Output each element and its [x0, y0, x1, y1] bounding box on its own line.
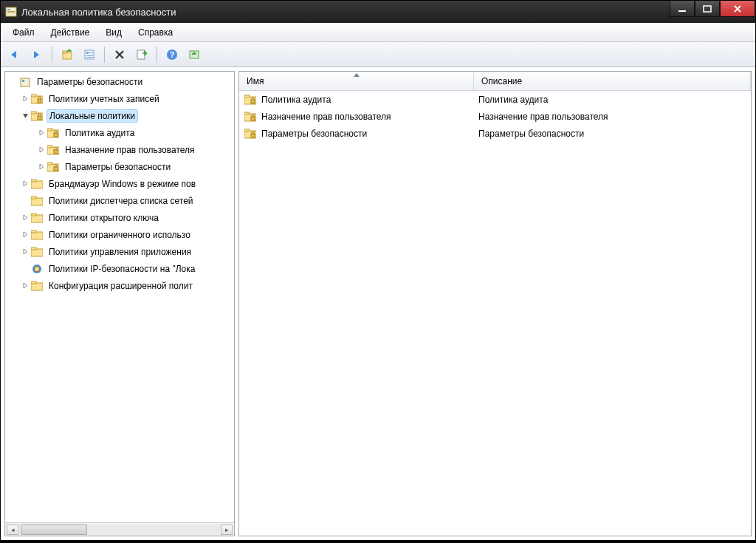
window-controls: [670, 1, 755, 17]
tree-item-label: Политики диспетчера списка сетей: [47, 195, 196, 207]
tree-item-firewall[interactable]: Брандмауэр Windows в режиме пов: [5, 175, 234, 192]
export-button[interactable]: [132, 45, 151, 64]
minimize-button[interactable]: [670, 1, 695, 17]
tree: Параметры безопасности Политики учетных …: [5, 72, 234, 522]
help-button[interactable]: ?: [162, 45, 182, 64]
svg-rect-47: [31, 281, 36, 284]
back-button[interactable]: [5, 45, 24, 64]
tree-item-label: Политики управления приложения: [47, 246, 193, 258]
svg-text:?: ?: [170, 50, 175, 59]
svg-rect-23: [31, 112, 36, 114]
tree-root[interactable]: Параметры безопасности: [5, 73, 234, 90]
svg-rect-39: [31, 214, 36, 216]
chevron-right-icon[interactable]: [20, 247, 30, 257]
svg-rect-26: [47, 129, 52, 131]
menu-file[interactable]: Файл: [5, 25, 42, 40]
tree-item-label: Локальные политики: [47, 109, 138, 123]
forward-button[interactable]: [27, 45, 47, 64]
tree-item-audit-policy[interactable]: Политика аудита: [5, 124, 234, 141]
folder-lock-icon: [244, 93, 257, 106]
list-row[interactable]: Параметры безопасности Параметры безопас…: [239, 125, 751, 142]
delete-button[interactable]: [110, 45, 129, 64]
tree-item-label: Назначение прав пользователя: [63, 144, 197, 156]
refresh-button[interactable]: [185, 45, 204, 64]
list-cell-desc: Параметры безопасности: [478, 129, 584, 139]
tree-item-user-rights[interactable]: Назначение прав пользователя: [5, 141, 234, 158]
expander-icon[interactable]: [8, 77, 18, 87]
list-row[interactable]: Политика аудита Политика аудита: [239, 91, 751, 108]
list-cell-desc: Назначение прав пользователя: [478, 112, 608, 122]
chevron-right-icon[interactable]: [20, 94, 30, 104]
horizontal-scrollbar[interactable]: ◂ ▸: [5, 522, 234, 536]
svg-rect-49: [244, 95, 250, 98]
svg-rect-43: [31, 247, 36, 250]
chevron-right-icon[interactable]: [20, 213, 30, 223]
svg-rect-10: [89, 52, 93, 53]
chevron-right-icon[interactable]: [36, 162, 47, 172]
list-cell-name: Назначение прав пользователя: [261, 112, 391, 122]
column-header-name-label: Имя: [247, 76, 264, 86]
svg-rect-17: [21, 78, 30, 86]
svg-rect-2: [7, 11, 15, 12]
tree-item-ipsec[interactable]: Политики IP-безопасности на "Лока: [5, 260, 234, 277]
tree-item-public-key[interactable]: Политики открытого ключа: [5, 209, 234, 226]
menu-view[interactable]: Вид: [98, 25, 129, 40]
tree-item-network-list[interactable]: Политики диспетчера списка сетей: [5, 192, 234, 209]
tree-root-label: Параметры безопасности: [35, 76, 145, 88]
svg-rect-41: [31, 230, 36, 233]
scroll-left-button[interactable]: ◂: [7, 525, 18, 535]
folder-lock-icon: [244, 110, 257, 123]
folder-icon: [30, 211, 44, 225]
folder-lock-icon: [47, 126, 60, 140]
maximize-button[interactable]: [695, 1, 720, 17]
menu-help[interactable]: Справка: [131, 25, 180, 40]
folder-lock-icon: [47, 143, 60, 157]
up-button[interactable]: [58, 45, 77, 64]
close-button[interactable]: [720, 1, 755, 17]
svg-rect-37: [31, 197, 36, 199]
scroll-track[interactable]: [19, 525, 220, 535]
column-header-desc[interactable]: Описание: [474, 72, 751, 90]
list-row[interactable]: Назначение прав пользователя Назначение …: [239, 108, 751, 125]
scroll-thumb[interactable]: [21, 525, 87, 535]
svg-rect-29: [47, 146, 52, 148]
svg-rect-12: [86, 57, 93, 58]
svg-rect-53: [251, 117, 255, 120]
tree-item-advanced-audit[interactable]: Конфигурация расширенной полит: [5, 277, 234, 294]
column-header-name[interactable]: Имя: [239, 72, 474, 90]
chevron-right-icon[interactable]: [20, 179, 30, 189]
svg-rect-30: [54, 150, 58, 154]
expander-icon[interactable]: [20, 196, 30, 206]
expander-icon[interactable]: [20, 264, 30, 274]
svg-rect-55: [244, 129, 250, 132]
folder-icon: [30, 228, 44, 242]
chevron-right-icon[interactable]: [20, 230, 30, 240]
svg-rect-24: [38, 116, 41, 120]
tree-item-label: Конфигурация расширенной полит: [47, 280, 195, 292]
tree-item-software-restriction[interactable]: Политики ограниченного использо: [5, 226, 234, 243]
security-root-icon: [18, 75, 32, 89]
chevron-down-icon[interactable]: [20, 111, 30, 121]
properties-button[interactable]: [80, 45, 99, 64]
folder-lock-icon: [244, 127, 257, 140]
svg-rect-13: [137, 50, 145, 59]
chevron-right-icon[interactable]: [36, 128, 47, 138]
folder-icon: [30, 194, 44, 208]
app-window: Локальная политика безопасности Файл Дей…: [0, 0, 756, 541]
chevron-right-icon[interactable]: [36, 145, 47, 155]
tree-pane: Параметры безопасности Политики учетных …: [4, 71, 235, 536]
svg-rect-5: [704, 6, 711, 12]
svg-rect-3: [7, 13, 15, 13]
titlebar[interactable]: Локальная политика безопасности: [1, 1, 755, 23]
svg-rect-50: [251, 100, 255, 103]
tree-item-app-control[interactable]: Политики управления приложения: [5, 243, 234, 260]
list-pane: Имя Описание Политика аудита Политика ау…: [238, 71, 752, 536]
chevron-right-icon[interactable]: [20, 281, 30, 291]
menu-action[interactable]: Действие: [44, 25, 97, 40]
tree-item-security-options[interactable]: Параметры безопасности: [5, 158, 234, 175]
tree-item-local-policies[interactable]: Локальные политики: [5, 107, 234, 124]
svg-rect-7: [63, 51, 67, 53]
tree-item-account-policies[interactable]: Политики учетных записей: [5, 90, 234, 107]
scroll-right-button[interactable]: ▸: [221, 525, 233, 535]
svg-rect-9: [86, 52, 89, 54]
